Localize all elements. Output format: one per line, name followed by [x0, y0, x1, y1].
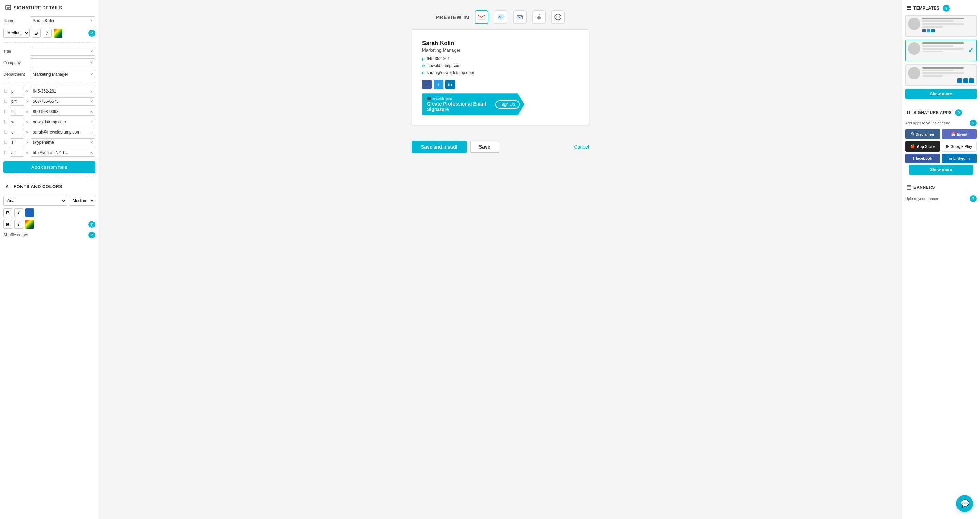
phone-value-input-7[interactable] — [31, 149, 95, 157]
browser-preview-button[interactable] — [551, 10, 565, 24]
selected-checkmark: ✓ — [968, 46, 974, 55]
outlook-preview-button[interactable]: Out — [494, 10, 508, 24]
drag-handle-7[interactable]: ⇅ — [3, 150, 8, 155]
help-button-color[interactable]: ? — [88, 221, 95, 228]
googleplay-app-button[interactable]: ▶ Google Play — [942, 141, 977, 152]
font-family-select[interactable]: ArialTimes New RomanVerdana — [3, 196, 67, 206]
phone-label-input-2[interactable] — [10, 97, 24, 105]
apps-desc-help[interactable]: ? — [970, 120, 977, 126]
signature-details-header: SIGNATURE DETAILS — [0, 0, 99, 14]
phone-label-input-4[interactable] — [10, 118, 24, 126]
phone-label-input-5[interactable] — [10, 128, 24, 136]
phone-value-input-6[interactable] — [31, 138, 95, 147]
svg-rect-15 — [909, 8, 911, 10]
bold-button[interactable]: B — [32, 29, 41, 38]
italic-button[interactable]: I — [43, 29, 51, 38]
italic-button-2[interactable]: I — [14, 208, 23, 217]
name-input[interactable] — [30, 16, 95, 25]
name-clear-button[interactable]: × — [90, 18, 94, 23]
color-picker-button[interactable] — [54, 29, 62, 38]
phone-label-input-3[interactable] — [10, 107, 24, 116]
template-card-1[interactable] — [905, 15, 977, 37]
drag-handle-4[interactable]: ⇅ — [3, 119, 8, 125]
drag-handle-2[interactable]: ⇅ — [3, 99, 8, 104]
promo-signup-button[interactable]: Sign Up — [495, 101, 520, 109]
phone-label-clear-4[interactable]: × — [25, 120, 29, 125]
company-input[interactable] — [30, 58, 95, 67]
show-more-apps-button[interactable]: Show more — [909, 164, 973, 175]
italic-button-3[interactable]: I — [14, 220, 23, 229]
apps-help-button[interactable]: ? — [955, 109, 962, 116]
template-card-3[interactable] — [905, 64, 977, 86]
title-field-row: Title × — [0, 45, 99, 57]
show-more-templates-button[interactable]: Show more — [905, 89, 977, 99]
sig-contact: p: 645-352-261 w: newoldstamp.com e: sar… — [422, 55, 578, 76]
svg-rect-18 — [907, 112, 908, 114]
templates-help-button[interactable]: ? — [943, 5, 950, 11]
help-button-shuffle[interactable]: ? — [88, 232, 95, 238]
template-card-2[interactable]: ✓ — [905, 40, 977, 61]
banners-help[interactable]: ? — [970, 195, 977, 202]
drag-handle-3[interactable]: ⇅ — [3, 109, 8, 114]
phone-label-clear-7[interactable]: × — [25, 150, 29, 155]
phone-value-input-3[interactable] — [31, 107, 95, 116]
apple-preview-button[interactable] — [532, 10, 546, 24]
svg-point-8 — [539, 14, 540, 15]
appstore-app-button[interactable]: 🍎 App Store — [905, 141, 940, 152]
phone-value-clear-5[interactable]: × — [90, 130, 94, 134]
drag-handle-5[interactable]: ⇅ — [3, 129, 8, 135]
event-app-button[interactable]: 📅 Event — [942, 129, 977, 139]
name-label: Name — [3, 18, 28, 23]
accent-color-swatch[interactable] — [25, 220, 34, 229]
company-clear-button[interactable]: × — [90, 61, 94, 65]
phone-value-input-1[interactable] — [31, 87, 95, 95]
twitter-social-btn[interactable]: t — [434, 80, 443, 89]
phone-label-input-7[interactable] — [10, 149, 24, 157]
save-and-install-button[interactable]: Save and install — [412, 141, 467, 153]
facebook-app-button[interactable]: f facebook — [905, 154, 940, 163]
drag-handle-6[interactable]: ⇅ — [3, 140, 8, 145]
chat-button[interactable]: 💬 — [956, 495, 973, 512]
phone-value-clear-7[interactable]: × — [90, 150, 94, 155]
bold-button-2[interactable]: B — [3, 208, 12, 217]
gmail-preview-button[interactable] — [475, 10, 488, 24]
cancel-button[interactable]: Cancel — [574, 144, 589, 150]
department-clear-button[interactable]: × — [90, 72, 94, 77]
phone-value-clear-2[interactable]: × — [90, 99, 94, 104]
linkedin-social-btn[interactable]: in — [445, 80, 455, 89]
help-button-font[interactable]: ? — [88, 30, 95, 37]
phone-label-input-6[interactable] — [10, 138, 24, 147]
department-input[interactable] — [30, 70, 95, 79]
promo-banner[interactable]: ⬛ newoldstamp Create Professional Email … — [422, 93, 525, 115]
phone-label-clear-1[interactable]: × — [25, 89, 29, 94]
phone-value-clear-3[interactable]: × — [90, 109, 94, 114]
phone-value-clear-1[interactable]: × — [90, 89, 94, 94]
facebook-social-btn[interactable]: f — [422, 80, 432, 89]
save-button[interactable]: Save — [470, 141, 499, 153]
disclaimer-app-button[interactable]: ⚖ Disclaimer — [905, 129, 940, 139]
phone-value-input-4[interactable] — [31, 118, 95, 126]
font-size-select[interactable]: MediumSmallLarge — [3, 29, 30, 38]
phone-label-clear-3[interactable]: × — [25, 109, 29, 114]
phone-label-clear-5[interactable]: × — [25, 130, 29, 135]
phone-label-clear-6[interactable]: × — [25, 140, 29, 145]
fonts-colors-header: A FONTS AND COLORS — [0, 179, 99, 193]
linkedin-app-button[interactable]: in Linked in — [942, 154, 977, 163]
text-color-swatch[interactable] — [25, 208, 34, 217]
phone-label-clear-2[interactable]: × — [25, 99, 29, 104]
add-custom-field-button[interactable]: Add custom field — [3, 161, 95, 173]
phone-value-clear-6[interactable]: × — [90, 140, 94, 145]
font-weight-select[interactable]: MediumBoldLight — [69, 196, 95, 206]
title-clear-button[interactable]: × — [90, 49, 94, 54]
title-input[interactable] — [30, 47, 95, 56]
macmail-preview-button[interactable] — [513, 10, 527, 24]
bold-button-3[interactable]: B — [3, 220, 12, 229]
phone-label-input-1[interactable] — [10, 87, 24, 95]
drag-handle-1[interactable]: ⇅ — [3, 88, 8, 94]
phone-value-input-2[interactable] — [31, 97, 95, 105]
phone-row-4: ⇅ × × — [0, 117, 99, 127]
thumb-line — [922, 23, 964, 25]
phone-value-clear-4[interactable]: × — [90, 120, 94, 124]
phone-value-input-5[interactable] — [31, 128, 95, 136]
phone-row-1: ⇅ × × — [0, 86, 99, 96]
